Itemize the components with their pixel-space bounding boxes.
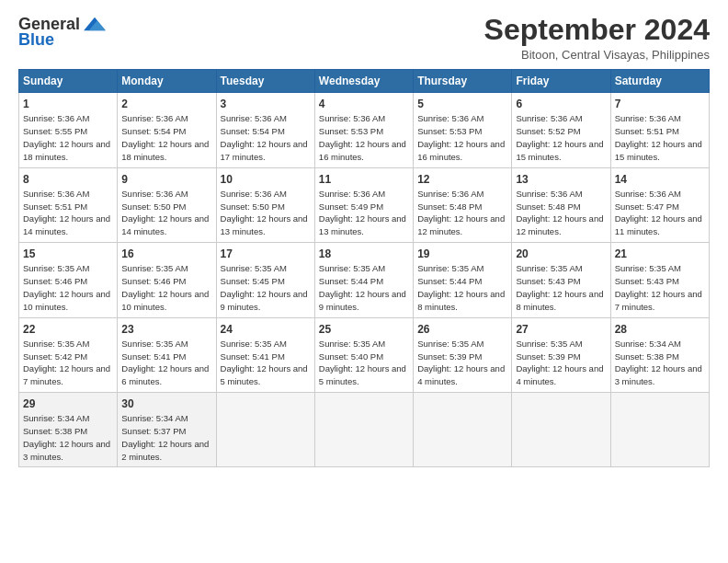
table-row: 23 Sunrise: 5:35 AMSunset: 5:41 PMDaylig… bbox=[118, 317, 216, 392]
day-info: Sunrise: 5:34 AMSunset: 5:38 PMDaylight:… bbox=[615, 339, 702, 386]
table-row: 21 Sunrise: 5:35 AMSunset: 5:43 PMDaylig… bbox=[610, 243, 709, 317]
day-info: Sunrise: 5:35 AMSunset: 5:43 PMDaylight:… bbox=[615, 263, 702, 311]
col-tuesday: Tuesday bbox=[216, 70, 314, 93]
day-info: Sunrise: 5:36 AMSunset: 5:48 PMDaylight:… bbox=[516, 189, 603, 236]
table-row bbox=[512, 392, 610, 466]
day-header-row: Sunday Monday Tuesday Wednesday Thursday… bbox=[19, 70, 710, 93]
table-row: 6 Sunrise: 5:36 AMSunset: 5:52 PMDayligh… bbox=[512, 93, 610, 167]
day-number: 2 bbox=[121, 97, 211, 111]
location: Bitoon, Central Visayas, Philippines bbox=[484, 48, 710, 62]
table-row: 24 Sunrise: 5:35 AMSunset: 5:41 PMDaylig… bbox=[216, 317, 314, 392]
day-number: 27 bbox=[516, 322, 606, 337]
table-row: 8 Sunrise: 5:36 AMSunset: 5:51 PMDayligh… bbox=[19, 167, 118, 242]
day-number: 5 bbox=[417, 97, 507, 111]
table-row: 18 Sunrise: 5:35 AMSunset: 5:44 PMDaylig… bbox=[314, 243, 413, 317]
day-number: 24 bbox=[221, 322, 311, 337]
day-info: Sunrise: 5:36 AMSunset: 5:53 PMDaylight:… bbox=[417, 113, 505, 161]
day-info: Sunrise: 5:36 AMSunset: 5:54 PMDaylight:… bbox=[221, 113, 308, 161]
calendar-header: Sunday Monday Tuesday Wednesday Thursday… bbox=[19, 70, 710, 93]
day-info: Sunrise: 5:36 AMSunset: 5:53 PMDaylight:… bbox=[319, 113, 406, 161]
page: General Blue September 2024 Bitoon, Cent… bbox=[0, 0, 728, 563]
table-row bbox=[314, 392, 413, 466]
day-info: Sunrise: 5:35 AMSunset: 5:42 PMDaylight:… bbox=[23, 339, 110, 386]
day-number: 15 bbox=[23, 247, 113, 261]
day-info: Sunrise: 5:34 AMSunset: 5:37 PMDaylight:… bbox=[121, 413, 209, 461]
day-number: 14 bbox=[615, 172, 705, 187]
table-row: 13 Sunrise: 5:36 AMSunset: 5:48 PMDaylig… bbox=[512, 167, 610, 242]
day-info: Sunrise: 5:36 AMSunset: 5:49 PMDaylight:… bbox=[319, 189, 406, 236]
day-info: Sunrise: 5:36 AMSunset: 5:50 PMDaylight:… bbox=[121, 189, 209, 236]
day-number: 20 bbox=[516, 247, 606, 261]
col-friday: Friday bbox=[512, 70, 610, 93]
day-number: 18 bbox=[319, 247, 409, 261]
table-row: 11 Sunrise: 5:36 AMSunset: 5:49 PMDaylig… bbox=[314, 167, 413, 242]
table-row: 25 Sunrise: 5:35 AMSunset: 5:40 PMDaylig… bbox=[314, 317, 413, 392]
col-monday: Monday bbox=[118, 70, 216, 93]
col-saturday: Saturday bbox=[610, 70, 709, 93]
header: General Blue September 2024 Bitoon, Cent… bbox=[18, 14, 710, 62]
day-info: Sunrise: 5:35 AMSunset: 5:46 PMDaylight:… bbox=[23, 263, 110, 311]
table-row: 10 Sunrise: 5:36 AMSunset: 5:50 PMDaylig… bbox=[216, 167, 314, 242]
day-info: Sunrise: 5:36 AMSunset: 5:52 PMDaylight:… bbox=[516, 113, 603, 161]
day-info: Sunrise: 5:35 AMSunset: 5:41 PMDaylight:… bbox=[121, 339, 209, 386]
table-row: 26 Sunrise: 5:35 AMSunset: 5:39 PMDaylig… bbox=[414, 317, 512, 392]
table-row: 7 Sunrise: 5:36 AMSunset: 5:51 PMDayligh… bbox=[610, 93, 709, 167]
table-row: 27 Sunrise: 5:35 AMSunset: 5:39 PMDaylig… bbox=[512, 317, 610, 392]
month-title: September 2024 bbox=[484, 14, 710, 46]
day-number: 16 bbox=[121, 247, 211, 261]
day-info: Sunrise: 5:35 AMSunset: 5:40 PMDaylight:… bbox=[319, 339, 406, 386]
day-number: 30 bbox=[121, 396, 211, 411]
day-info: Sunrise: 5:35 AMSunset: 5:43 PMDaylight:… bbox=[516, 263, 603, 311]
day-info: Sunrise: 5:36 AMSunset: 5:51 PMDaylight:… bbox=[23, 189, 110, 236]
table-row: 3 Sunrise: 5:36 AMSunset: 5:54 PMDayligh… bbox=[216, 93, 314, 167]
day-info: Sunrise: 5:35 AMSunset: 5:41 PMDaylight:… bbox=[221, 339, 308, 386]
table-row: 30 Sunrise: 5:34 AMSunset: 5:37 PMDaylig… bbox=[118, 392, 216, 466]
table-row bbox=[216, 392, 314, 466]
calendar-week-2: 8 Sunrise: 5:36 AMSunset: 5:51 PMDayligh… bbox=[19, 167, 710, 242]
day-info: Sunrise: 5:35 AMSunset: 5:44 PMDaylight:… bbox=[417, 263, 505, 311]
calendar-week-5: 29 Sunrise: 5:34 AMSunset: 5:38 PMDaylig… bbox=[19, 392, 710, 466]
day-number: 10 bbox=[221, 172, 311, 187]
day-info: Sunrise: 5:34 AMSunset: 5:38 PMDaylight:… bbox=[23, 413, 110, 461]
day-info: Sunrise: 5:36 AMSunset: 5:47 PMDaylight:… bbox=[615, 189, 702, 236]
day-number: 25 bbox=[319, 322, 409, 337]
day-number: 1 bbox=[23, 97, 113, 111]
table-row: 5 Sunrise: 5:36 AMSunset: 5:53 PMDayligh… bbox=[414, 93, 512, 167]
day-number: 7 bbox=[615, 97, 705, 111]
day-number: 17 bbox=[221, 247, 311, 261]
col-sunday: Sunday bbox=[19, 70, 118, 93]
table-row bbox=[610, 392, 709, 466]
day-number: 26 bbox=[417, 322, 507, 337]
day-info: Sunrise: 5:36 AMSunset: 5:55 PMDaylight:… bbox=[23, 113, 110, 161]
table-row: 15 Sunrise: 5:35 AMSunset: 5:46 PMDaylig… bbox=[19, 243, 118, 317]
logo-blue-text: Blue bbox=[18, 30, 54, 50]
day-number: 8 bbox=[23, 172, 113, 187]
day-number: 12 bbox=[417, 172, 507, 187]
table-row: 16 Sunrise: 5:35 AMSunset: 5:46 PMDaylig… bbox=[118, 243, 216, 317]
logo-icon bbox=[82, 14, 108, 34]
day-info: Sunrise: 5:35 AMSunset: 5:44 PMDaylight:… bbox=[319, 263, 406, 311]
day-info: Sunrise: 5:36 AMSunset: 5:54 PMDaylight:… bbox=[121, 113, 209, 161]
calendar-body: 1 Sunrise: 5:36 AMSunset: 5:55 PMDayligh… bbox=[19, 93, 710, 467]
day-number: 28 bbox=[615, 322, 705, 337]
table-row: 14 Sunrise: 5:36 AMSunset: 5:47 PMDaylig… bbox=[610, 167, 709, 242]
table-row: 20 Sunrise: 5:35 AMSunset: 5:43 PMDaylig… bbox=[512, 243, 610, 317]
calendar: Sunday Monday Tuesday Wednesday Thursday… bbox=[18, 69, 710, 467]
title-block: September 2024 Bitoon, Central Visayas, … bbox=[484, 14, 710, 62]
calendar-week-3: 15 Sunrise: 5:35 AMSunset: 5:46 PMDaylig… bbox=[19, 243, 710, 317]
table-row: 12 Sunrise: 5:36 AMSunset: 5:48 PMDaylig… bbox=[414, 167, 512, 242]
day-number: 9 bbox=[121, 172, 211, 187]
table-row: 9 Sunrise: 5:36 AMSunset: 5:50 PMDayligh… bbox=[118, 167, 216, 242]
calendar-week-1: 1 Sunrise: 5:36 AMSunset: 5:55 PMDayligh… bbox=[19, 93, 710, 167]
day-info: Sunrise: 5:36 AMSunset: 5:50 PMDaylight:… bbox=[221, 189, 308, 236]
table-row: 22 Sunrise: 5:35 AMSunset: 5:42 PMDaylig… bbox=[19, 317, 118, 392]
day-number: 3 bbox=[221, 97, 311, 111]
logo: General Blue bbox=[18, 14, 108, 50]
table-row: 28 Sunrise: 5:34 AMSunset: 5:38 PMDaylig… bbox=[610, 317, 709, 392]
table-row: 29 Sunrise: 5:34 AMSunset: 5:38 PMDaylig… bbox=[19, 392, 118, 466]
col-thursday: Thursday bbox=[414, 70, 512, 93]
day-info: Sunrise: 5:35 AMSunset: 5:39 PMDaylight:… bbox=[417, 339, 505, 386]
day-info: Sunrise: 5:35 AMSunset: 5:39 PMDaylight:… bbox=[516, 339, 603, 386]
day-info: Sunrise: 5:35 AMSunset: 5:46 PMDaylight:… bbox=[121, 263, 209, 311]
day-number: 21 bbox=[615, 247, 705, 261]
